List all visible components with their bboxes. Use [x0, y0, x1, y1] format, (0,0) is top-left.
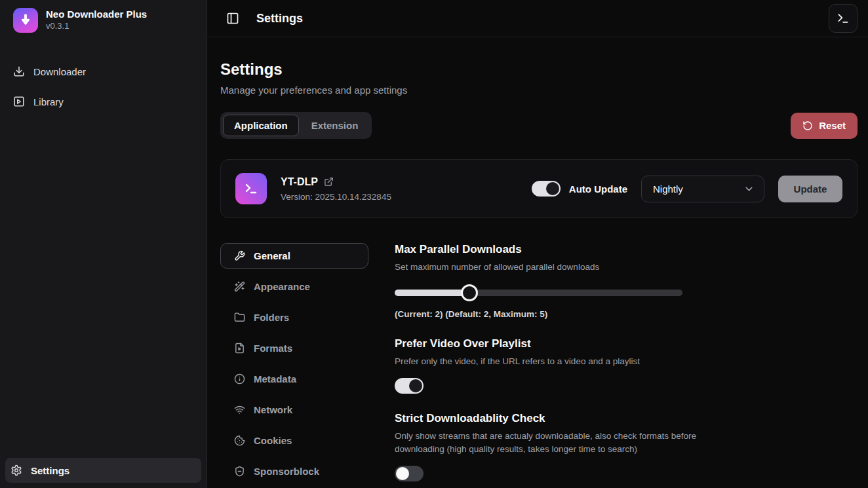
file-video-icon [234, 343, 245, 354]
release-channel-value: Nightly [653, 183, 683, 195]
subnav-item-label: Metadata [254, 373, 296, 385]
setting-prefer-video: Prefer Video Over Playlist Prefer only t… [395, 337, 858, 394]
max-parallel-slider[interactable] [395, 284, 682, 301]
app-title-block: Neo Downloader Plus v0.3.1 [46, 9, 147, 32]
reset-button-label: Reset [819, 120, 846, 131]
sidebar-nav: Downloader Library [0, 59, 207, 114]
download-arrow-icon [18, 13, 33, 28]
subnav-item-label: Formats [254, 343, 292, 354]
terminal-icon [837, 12, 850, 25]
folder-icon [234, 312, 245, 323]
sidebar-item-library[interactable]: Library [8, 89, 199, 114]
header-title: Settings [256, 12, 303, 26]
app-logo-row: Neo Downloader Plus v0.3.1 [0, 0, 207, 39]
subnav-item-label: Cookies [254, 435, 292, 446]
subnav-item-label: Folders [254, 312, 289, 323]
slider-thumb[interactable] [461, 284, 478, 301]
app-name: Neo Downloader Plus [46, 9, 147, 21]
slider-fill [395, 290, 469, 296]
shield-minus-icon [234, 466, 245, 477]
engine-version: Version: 2025.10.14.232845 [281, 192, 391, 202]
subnav-item-network[interactable]: Network [220, 397, 368, 422]
setting-max-parallel-downloads: Max Parallel Downloads Set maximum numbe… [395, 243, 858, 319]
top-bar: Settings [207, 0, 868, 37]
cookie-icon [234, 435, 245, 446]
subnav-item-formats[interactable]: Formats [220, 335, 368, 361]
auto-update-label: Auto Update [569, 183, 627, 195]
setting-description: Only show streams that are actualy downl… [395, 430, 730, 455]
sidebar: Neo Downloader Plus v0.3.1 Downloader Li… [0, 0, 207, 488]
wifi-icon [234, 404, 245, 415]
tabs-row: Application Extension Reset [220, 112, 858, 139]
setting-title: Max Parallel Downloads [395, 243, 858, 256]
terminal-button[interactable] [829, 4, 858, 33]
page-title: Settings [220, 60, 858, 79]
chevron-down-icon [743, 183, 755, 195]
tab-application[interactable]: Application [223, 115, 299, 136]
sidebar-item-label: Settings [31, 465, 69, 476]
panel-left-icon [226, 12, 239, 25]
page-subtitle: Manage your preferences and app settings [220, 84, 858, 96]
settings-page: Settings Manage your preferences and app… [207, 37, 868, 488]
sidebar-item-downloader[interactable]: Downloader [8, 59, 199, 84]
sidebar-item-settings[interactable]: Settings [5, 458, 201, 483]
main-area: Settings Settings Manage your preference… [207, 0, 868, 488]
settings-subnav: General Appearance Folders [220, 243, 368, 488]
strict-check-toggle[interactable] [395, 466, 424, 481]
subnav-item-cookies[interactable]: Cookies [220, 428, 368, 453]
subnav-item-general[interactable]: General [220, 243, 368, 269]
app-window: Neo Downloader Plus v0.3.1 Downloader Li… [0, 0, 868, 488]
app-version: v0.3.1 [46, 21, 147, 32]
setting-strict-check: Strict Downloadablity Check Only show st… [395, 412, 858, 481]
sidebar-item-label: Downloader [33, 66, 86, 77]
subnav-item-appearance[interactable]: Appearance [220, 274, 368, 299]
subnav-item-label: Network [254, 404, 292, 415]
update-button[interactable]: Update [778, 176, 842, 202]
external-link-icon[interactable] [324, 177, 334, 187]
subnav-item-metadata[interactable]: Metadata [220, 366, 368, 392]
sidebar-toggle-button[interactable] [226, 12, 239, 25]
prefer-video-toggle[interactable] [395, 378, 424, 394]
settings-panel: Max Parallel Downloads Set maximum numbe… [395, 243, 858, 488]
subnav-item-folders[interactable]: Folders [220, 305, 368, 330]
tab-extension[interactable]: Extension [300, 115, 370, 136]
auto-update-toggle[interactable] [532, 181, 561, 197]
auto-update-row: Auto Update [532, 181, 627, 197]
app-logo-icon [13, 8, 38, 33]
engine-card: YT-DLP Version: 2025.10.14.232845 Auto U… [220, 159, 858, 218]
gear-icon [10, 464, 22, 476]
sidebar-bottom: Settings [0, 453, 207, 488]
reset-button[interactable]: Reset [791, 113, 858, 139]
subnav-item-label: General [254, 250, 290, 261]
settings-lower: General Appearance Folders [220, 243, 858, 488]
ytdlp-terminal-icon [235, 173, 267, 204]
setting-description: Set maximum number of allowed parallel d… [395, 261, 730, 274]
wand-sparkles-icon [234, 281, 245, 292]
subnav-item-sponsorblock[interactable]: Sponsorblock [220, 459, 368, 484]
release-channel-select[interactable]: Nightly [641, 176, 764, 202]
setting-description: Prefer only the video, if the URL refers… [395, 355, 730, 368]
engine-info: YT-DLP Version: 2025.10.14.232845 [281, 176, 391, 202]
wrench-icon [234, 250, 245, 261]
download-icon [13, 66, 25, 77]
slider-status: (Current: 2) (Default: 2, Maximum: 5) [395, 309, 858, 319]
settings-tabs: Application Extension [220, 112, 372, 139]
subnav-item-label: Sponsorblock [254, 466, 319, 477]
library-icon [13, 96, 25, 107]
subnav-item-label: Appearance [254, 281, 310, 292]
info-icon [234, 373, 245, 385]
rotate-ccw-icon [802, 121, 813, 131]
sidebar-item-label: Library [33, 96, 64, 107]
setting-title: Prefer Video Over Playlist [395, 337, 858, 350]
engine-controls: Auto Update Nightly Update [532, 176, 842, 202]
setting-title: Strict Downloadablity Check [395, 412, 858, 425]
engine-name: YT-DLP [281, 176, 318, 188]
